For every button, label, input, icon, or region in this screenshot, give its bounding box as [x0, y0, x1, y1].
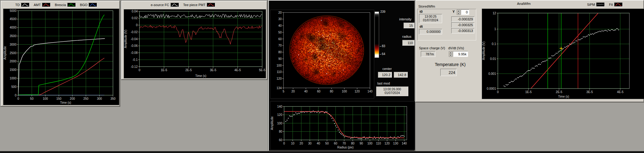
svg-text:110: 110	[277, 70, 282, 74]
dt-value: 0.000000	[419, 29, 442, 34]
svg-text:Amplitude (V): Amplitude (V)	[482, 42, 485, 60]
svg-text:1E-5: 1E-5	[525, 90, 532, 94]
svg-text:-0.02: -0.02	[131, 30, 138, 34]
space-charge-label: Space charge (V)	[419, 46, 445, 50]
dvdt-label: dV/dt (V/s)	[448, 46, 464, 50]
svg-text:5000: 5000	[10, 9, 17, 12]
last-mod-label: last mod	[377, 82, 390, 85]
legend-item-esource-fc[interactable]: e-source FC	[151, 3, 179, 7]
radius-value[interactable]: 110	[402, 40, 414, 46]
last-mod-date: 01/07/2024	[385, 91, 400, 95]
anal-wfm-graph[interactable]: 01E-52E-53E-54E-51210.10.010.0010.0001Ti…	[482, 9, 644, 99]
svg-text:2E-5: 2E-5	[185, 68, 192, 72]
svg-text:50: 50	[325, 142, 329, 145]
svg-text:100: 100	[367, 142, 372, 145]
ramp-tick	[380, 54, 381, 54]
center-y-value: 142.8	[394, 72, 408, 78]
svg-text:20: 20	[291, 90, 295, 93]
svg-text:-0.08: -0.08	[131, 51, 138, 54]
intensity-label: intensity	[399, 17, 411, 21]
legend-label: SiPM	[587, 3, 595, 6]
svg-text:0.01: 0.01	[490, 57, 496, 61]
legend-item-amt[interactable]: AMT	[34, 3, 51, 7]
svg-text:4500: 4500	[10, 17, 17, 21]
svg-text:0: 0	[17, 97, 19, 100]
svg-text:Time (s): Time (s)	[558, 95, 569, 98]
svg-text:130: 130	[393, 142, 398, 145]
svg-text:250: 250	[83, 97, 89, 100]
y-value-2: -0.000313	[451, 28, 474, 33]
legend-label: Tee piece PMT	[183, 3, 206, 7]
svg-text:100: 100	[277, 122, 282, 125]
color-ramp[interactable]	[375, 12, 379, 58]
center-label: center	[382, 67, 392, 71]
waveform-icon[interactable]	[171, 3, 179, 7]
svg-text:30: 30	[278, 17, 282, 21]
legend-label: AMT	[34, 3, 41, 7]
svg-text:4000: 4000	[10, 26, 17, 29]
svg-text:2E-5: 2E-5	[556, 90, 562, 94]
anal-wfm-title: AnalWfm	[517, 2, 531, 5]
svg-text:1E-5: 1E-5	[161, 68, 167, 72]
last-mod-time: 13:00:26.000	[383, 88, 401, 91]
legend-label: Brescia	[55, 3, 66, 7]
spin-down-icon[interactable]: ▼	[449, 54, 452, 57]
svg-text:-0.04: -0.04	[131, 37, 138, 41]
ramp-tick	[380, 46, 381, 47]
temperature-label: Temperature (K)	[435, 62, 466, 67]
svg-text:2500: 2500	[10, 51, 17, 55]
legend-item-td[interactable]: TD	[15, 3, 30, 7]
anal-legend: SiPM Fit	[587, 2, 623, 7]
dvdt-value[interactable]: 9.95k	[453, 51, 468, 57]
svg-text:Time (s): Time (s)	[195, 74, 206, 78]
beam-image-graph[interactable]: 5204060801001201402030405060708090100110…	[270, 10, 374, 99]
pmt-legend: e-source FC Tee piece PMT	[151, 2, 215, 7]
legend-item-bgo[interactable]: BGO	[80, 3, 97, 7]
svg-text:1: 1	[494, 27, 496, 31]
spin-up-icon[interactable]: ▲	[457, 10, 460, 12]
svg-text:4E-5: 4E-5	[234, 68, 241, 72]
svg-text:0: 0	[136, 23, 138, 27]
intensity-value[interactable]: 15	[403, 23, 414, 28]
svg-text:110: 110	[376, 142, 381, 145]
dots-plot-icon[interactable]	[596, 2, 605, 7]
waveform-icon[interactable]	[207, 3, 215, 7]
radial-profile-graph[interactable]: 0102030405060708090100110120130140608010…	[270, 101, 415, 150]
rates-panel: TD AMT Brescia BGO 0501001502002503003	[1, 1, 120, 106]
pmt-graph[interactable]: 01E-52E-53E-54E-55E-50.040.020-0.02-0.04…	[124, 9, 266, 78]
pmt-panel: e-source FC Tee piece PMT 01E-52E-53E-54…	[121, 1, 267, 80]
spin-up-icon[interactable]: ▲	[449, 51, 452, 54]
svg-text:Amplitude: Amplitude	[3, 46, 7, 60]
spin-down-icon[interactable]: ▼	[457, 12, 460, 15]
svg-text:Time (s): Time (s)	[60, 101, 71, 104]
svg-text:140: 140	[368, 90, 373, 93]
beam-panel: 5204060801001201402030405060708090100110…	[268, 0, 415, 151]
y-index-value[interactable]: 0	[461, 9, 469, 15]
waveform-icon[interactable]	[89, 3, 97, 7]
waveform-icon[interactable]	[67, 3, 76, 7]
svg-text:60: 60	[278, 37, 282, 41]
svg-text:3E-5: 3E-5	[586, 90, 593, 94]
ramp-mark-label: 83	[380, 44, 385, 48]
svg-text:350: 350	[111, 97, 116, 100]
rates-graph[interactable]: 0501001502002503003500500100015002000250…	[3, 9, 119, 105]
legend-item-tee-piece-pmt[interactable]: Tee piece PMT	[183, 3, 215, 7]
legend-item-sipm[interactable]: SiPM	[587, 2, 605, 7]
waveform-icon[interactable]	[42, 3, 51, 7]
legend-item-brescia[interactable]: Brescia	[55, 3, 76, 7]
window-bottom-edge	[0, 151, 644, 153]
waveform-icon[interactable]	[21, 3, 30, 7]
svg-text:120: 120	[385, 142, 390, 145]
svg-text:60: 60	[334, 142, 338, 145]
waveform-icon[interactable]	[614, 2, 623, 7]
svg-text:-0.12: -0.12	[131, 65, 138, 68]
dvdt-spinner[interactable]: ▲▼	[449, 51, 452, 57]
y-index-spinner[interactable]: ▲▼	[457, 9, 460, 15]
legend-item-anal-fit[interactable]: Fit	[609, 2, 622, 7]
svg-text:80: 80	[279, 130, 283, 133]
svg-text:-0.1: -0.1	[132, 58, 138, 61]
waveform-panel: StoredWfm t0 13:00:25 01/07/2024 dt 0.00…	[415, 0, 644, 102]
svg-text:100: 100	[276, 64, 282, 67]
svg-text:3E-5: 3E-5	[210, 68, 216, 72]
svg-text:0.1: 0.1	[492, 42, 496, 46]
